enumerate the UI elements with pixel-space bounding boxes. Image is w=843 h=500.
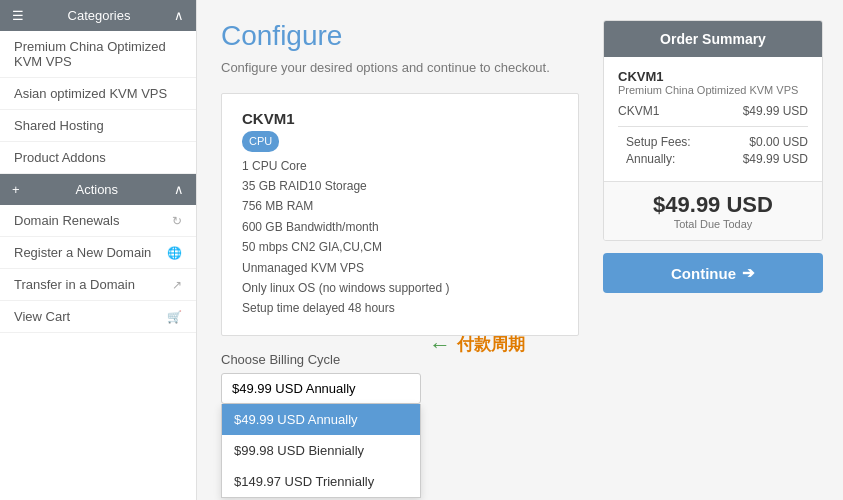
annotation-container: ← 付款周期: [429, 332, 525, 358]
order-total: $49.99 USD Total Due Today: [604, 181, 822, 240]
globe-icon: 🌐: [167, 246, 182, 260]
billing-dropdown-item-2[interactable]: $99.98 USD Biennially: [222, 435, 420, 466]
order-line-1: CKVM1 $49.99 USD: [618, 104, 808, 118]
sidebar-item-domain-renewals[interactable]: Domain Renewals ↻: [0, 205, 196, 237]
spec-storage: 35 GB RAID10 Storage: [242, 179, 367, 193]
sidebar-item-shared-hosting[interactable]: Shared Hosting: [0, 110, 196, 142]
order-line-3-value: $49.99 USD: [743, 152, 808, 166]
order-line-2: Setup Fees: $0.00 USD: [618, 135, 808, 149]
arrow-right-icon: ➔: [742, 264, 755, 282]
sidebar-item-product-addons[interactable]: Product Addons: [0, 142, 196, 174]
annotation-text: 付款周期: [457, 333, 525, 356]
order-total-amount: $49.99 USD: [618, 192, 808, 218]
order-line-1-value: $49.99 USD: [743, 104, 808, 118]
spec-os: Only linux OS (no windows supported ): [242, 281, 449, 295]
transfer-icon: ↗: [172, 278, 182, 292]
sidebar-item-view-cart[interactable]: View Cart 🛒: [0, 301, 196, 333]
categories-icon: ☰: [12, 8, 24, 23]
plus-icon: +: [12, 182, 20, 197]
renew-icon: ↻: [172, 214, 182, 228]
sidebar-item-transfer-domain[interactable]: Transfer in a Domain ↗: [0, 269, 196, 301]
product-specs: CPU 1 CPU Core 35 GB RAID10 Storage 756 …: [242, 131, 558, 319]
chevron-up-icon-actions: ∧: [174, 182, 184, 197]
sidebar-item-register-domain[interactable]: Register a New Domain 🌐: [0, 237, 196, 269]
sidebar-item-premium-kvm[interactable]: Premium China Optimized KVM VPS: [0, 31, 196, 78]
billing-select-wrapper: $49.99 USD Annually $99.98 USD Bienniall…: [221, 373, 579, 404]
continue-button[interactable]: Continue ➔: [603, 253, 823, 293]
product-info-box: CKVM1 CPU 1 CPU Core 35 GB RAID10 Storag…: [221, 93, 579, 336]
spec-cpu: 1 CPU Core: [242, 159, 307, 173]
actions-label: Actions: [75, 182, 118, 197]
green-arrow-icon: ←: [429, 332, 451, 358]
billing-label: Choose Billing Cycle: [221, 352, 579, 367]
order-divider: [618, 126, 808, 127]
actions-header[interactable]: + Actions ∧: [0, 174, 196, 205]
cart-icon: 🛒: [167, 310, 182, 324]
order-line-3-label: Annually:: [626, 152, 675, 166]
middle-column: Configure Configure your desired options…: [197, 0, 603, 500]
order-line-2-value: $0.00 USD: [749, 135, 808, 149]
spec-type: Unmanaged KVM VPS: [242, 261, 364, 275]
sidebar: ☰ Categories ∧ Premium China Optimized K…: [0, 0, 197, 500]
continue-label: Continue: [671, 265, 736, 282]
sidebar-item-asian-kvm[interactable]: Asian optimized KVM VPS: [0, 78, 196, 110]
order-line-3: Annually: $49.99 USD: [618, 152, 808, 166]
billing-dropdown-item-1[interactable]: $49.99 USD Annually: [222, 404, 420, 435]
chevron-up-icon: ∧: [174, 8, 184, 23]
content-area: Configure Configure your desired options…: [197, 0, 843, 500]
spec-speed: 50 mbps CN2 GIA,CU,CM: [242, 240, 382, 254]
order-line-1-label: CKVM1: [618, 104, 659, 118]
spec-bandwidth: 600 GB Bandwidth/month: [242, 220, 379, 234]
order-summary-header: Order Summary: [604, 21, 822, 57]
billing-dropdown: $49.99 USD Annually $99.98 USD Bienniall…: [221, 404, 421, 498]
order-total-label: Total Due Today: [618, 218, 808, 230]
right-panel: Order Summary CKVM1 Premium China Optimi…: [603, 0, 843, 500]
product-name: CKVM1: [242, 110, 558, 127]
categories-header[interactable]: ☰ Categories ∧: [0, 0, 196, 31]
order-product-name: CKVM1: [618, 69, 808, 84]
order-summary-body: CKVM1 Premium China Optimized KVM VPS CK…: [604, 57, 822, 181]
billing-section: Choose Billing Cycle $49.99 USD Annually…: [221, 352, 579, 404]
order-product-type: Premium China Optimized KVM VPS: [618, 84, 808, 96]
order-line-2-label: Setup Fees:: [626, 135, 691, 149]
spec-ram: 756 MB RAM: [242, 199, 313, 213]
categories-label: Categories: [68, 8, 131, 23]
order-summary-card: Order Summary CKVM1 Premium China Optimi…: [603, 20, 823, 241]
cpu-badge: CPU: [242, 131, 279, 152]
page-subtitle: Configure your desired options and conti…: [221, 60, 579, 75]
billing-dropdown-item-3[interactable]: $149.97 USD Triennially: [222, 466, 420, 497]
page-title: Configure: [221, 20, 579, 52]
spec-setup: Setup time delayed 48 hours: [242, 301, 395, 315]
billing-select[interactable]: $49.99 USD Annually $99.98 USD Bienniall…: [221, 373, 421, 404]
